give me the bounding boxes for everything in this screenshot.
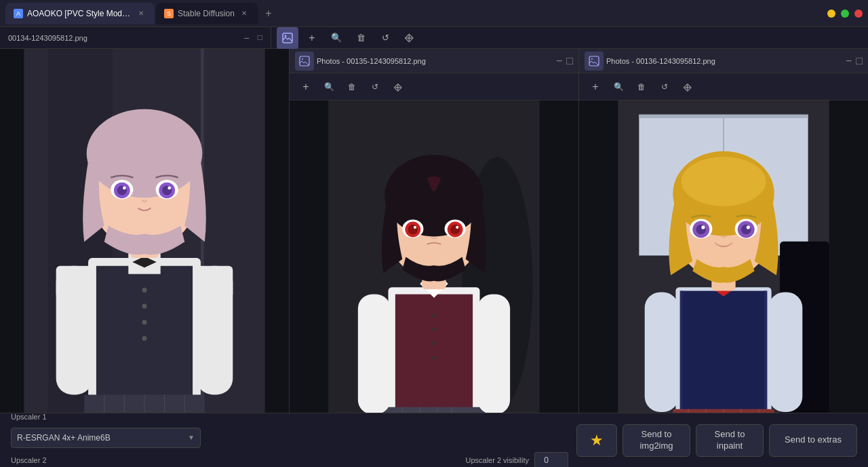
panel2-add[interactable]: + (295, 76, 317, 98)
panel3-toolbar: + 🔍 🗑 ↺ ⊠ (579, 73, 868, 100)
svg-point-66 (408, 225, 418, 235)
svg-point-43 (432, 328, 435, 331)
app-root: A AOAOKO [PVC Style Model] - P... ✕ S St… (0, 0, 868, 467)
tab1-label: AOAOKO [PVC Style Model] - P... (27, 9, 132, 18)
upscaler1-dropdown[interactable]: R-ESRGAN 4x+ Anime6B ▼ (11, 428, 201, 448)
action-buttons: ★ Send toimg2img Send toinpaint Send to … (576, 424, 857, 457)
svg-point-44 (432, 342, 435, 345)
panel-3: Photos - 00136-1243095812.png − □ + 🔍 🗑 … (579, 49, 868, 467)
panel3-icon[interactable] (585, 52, 604, 71)
svg-rect-24 (56, 266, 92, 298)
star-icon: ★ (590, 432, 604, 449)
tab1-favicon: A (14, 9, 23, 18)
svg-point-42 (432, 314, 435, 317)
panel2-toolbar: + 🔍 🗑 ↺ ⊠ (290, 73, 578, 100)
close-button[interactable] (854, 10, 863, 18)
svg-point-61 (384, 155, 483, 236)
panel3-delete[interactable]: 🗑 (631, 76, 652, 98)
character-3-svg (579, 100, 868, 467)
svg-rect-25 (197, 266, 233, 298)
panel3-image-container[interactable] (579, 100, 868, 467)
panel3-rotate[interactable]: ↺ (654, 76, 675, 98)
send-to-extras-button[interactable]: Send to extras (769, 424, 857, 457)
tab-bar: A AOAOKO [PVC Style Model] - P... ✕ S St… (5, 3, 827, 24)
upscaler2-row: Upscaler 2 Upscaler 2 visibility (11, 452, 568, 468)
send-inpaint-label: Send toinpaint (715, 429, 745, 452)
panel3-add[interactable]: + (585, 76, 606, 98)
panel-tool-delete[interactable]: 🗑 (350, 27, 372, 49)
svg-point-45 (432, 356, 435, 359)
upscaler2-visibility-input[interactable] (534, 452, 568, 468)
panel2-header: Photos - 00135-1243095812.png − □ (290, 49, 578, 73)
panel2-zoom[interactable]: 🔍 (318, 76, 340, 98)
file-minimize-btn[interactable]: − (244, 33, 250, 43)
svg-point-38 (302, 58, 303, 60)
panel3-zoom[interactable]: 🔍 (608, 76, 629, 98)
svg-point-103 (701, 225, 705, 229)
upscaler1-label: Upscaler 1 (11, 413, 568, 421)
panel2-window-btns: − □ (556, 56, 573, 67)
upscaler2-visibility-label: Upscaler 2 visibility (465, 456, 529, 464)
panel2-icon[interactable] (295, 52, 314, 71)
svg-rect-57 (358, 295, 391, 415)
svg-point-96 (682, 157, 766, 206)
panel3-title: Photos - 00136-1243095812.png (606, 57, 843, 65)
send-to-inpaint-button[interactable]: Send toinpaint (696, 424, 764, 457)
svg-point-68 (414, 226, 416, 229)
panel1-image-container[interactable] (0, 49, 289, 467)
send-img2img-label: Send toimg2img (639, 429, 673, 452)
tab2-close[interactable]: ✕ (239, 8, 250, 19)
panel-1 (0, 49, 290, 467)
svg-point-6 (142, 288, 146, 293)
file-title: 00134-1243095812.png (8, 34, 87, 42)
panel2-delete[interactable]: 🗑 (341, 76, 363, 98)
character-1-svg (0, 49, 289, 467)
panel3-window-btns: − □ (846, 56, 863, 67)
svg-point-1 (285, 35, 287, 37)
panel3-crop[interactable]: ⊠ (672, 71, 703, 102)
minimize-button[interactable] (827, 10, 835, 18)
tab-aoaoko[interactable]: A AOAOKO [PVC Style Model] - P... ✕ (5, 3, 155, 24)
panel-tool-zoom[interactable]: 🔍 (326, 27, 347, 49)
panel3-minimize[interactable]: − (846, 56, 852, 67)
svg-rect-79 (764, 291, 767, 414)
tab1-close[interactable]: ✕ (136, 8, 146, 19)
svg-point-71 (591, 58, 593, 60)
upscaler-section: Upscaler 1 R-ESRGAN 4x+ Anime6B ▼ Upscal… (11, 413, 568, 468)
panel2-minimize[interactable]: − (556, 56, 562, 67)
svg-point-102 (741, 225, 751, 235)
svg-point-35 (123, 187, 126, 190)
panel2-rotate[interactable]: ↺ (364, 76, 386, 98)
file-restore-btn[interactable]: □ (258, 33, 262, 43)
tab2-label: Stable Diffusion (178, 9, 235, 18)
panel3-header: Photos - 00136-1243095812.png − □ (579, 49, 868, 73)
tab2-favicon: S (164, 9, 174, 18)
panel-tool-rotate[interactable]: ↺ (374, 27, 396, 49)
tab-stable-diffusion[interactable]: S Stable Diffusion ✕ (156, 3, 258, 24)
panel-tool-add[interactable]: + (301, 27, 323, 49)
send-to-img2img-button[interactable]: Send toimg2img (623, 424, 690, 457)
panel-tool-image[interactable] (277, 27, 298, 49)
svg-point-69 (456, 226, 458, 229)
panel-2: Photos - 00135-1243095812.png − □ + 🔍 🗑 … (290, 49, 579, 467)
svg-point-101 (696, 225, 707, 235)
panel2-maximize[interactable]: □ (566, 56, 573, 67)
panel2-crop[interactable]: ⊠ (382, 71, 413, 102)
new-tab-button[interactable]: + (259, 4, 278, 23)
svg-point-8 (142, 320, 146, 324)
svg-rect-91 (645, 292, 679, 412)
svg-point-104 (747, 225, 750, 229)
svg-point-36 (167, 187, 171, 190)
bottom-bar: Upscaler 1 R-ESRGAN 4x+ Anime6B ▼ Upscal… (0, 413, 868, 467)
maximize-button[interactable] (841, 10, 849, 18)
panel2-title: Photos - 00135-1243095812.png (317, 57, 553, 65)
panel3-maximize[interactable]: □ (856, 56, 863, 67)
send-extras-label: Send to extras (785, 434, 842, 446)
svg-rect-0 (283, 33, 292, 43)
svg-rect-78 (680, 291, 683, 414)
svg-rect-58 (477, 295, 510, 415)
svg-point-9 (142, 336, 146, 341)
svg-point-28 (87, 109, 203, 198)
star-button[interactable]: ★ (576, 424, 617, 457)
browser-chrome: A AOAOKO [PVC Style Model] - P... ✕ S St… (0, 0, 868, 27)
